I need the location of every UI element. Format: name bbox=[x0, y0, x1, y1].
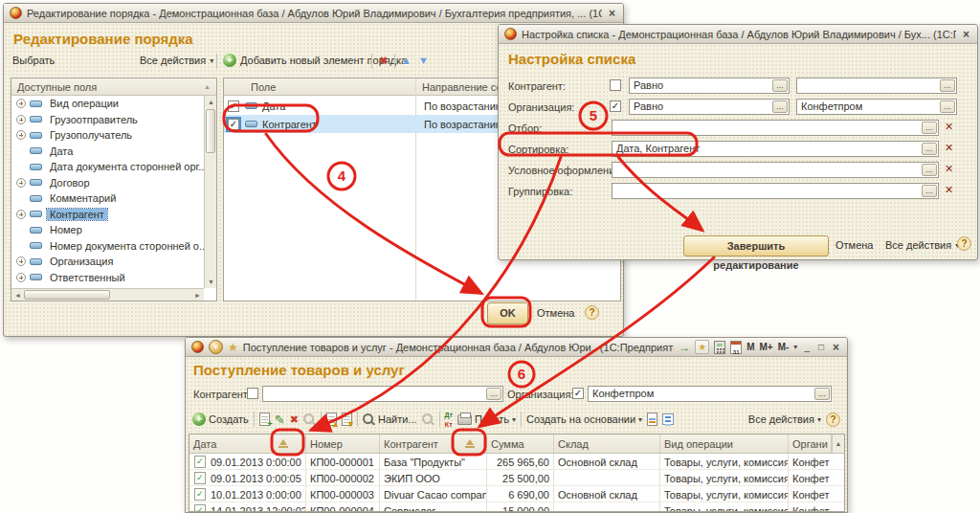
expand-icon[interactable] bbox=[16, 210, 26, 219]
all-actions-button[interactable]: Все действия ▾ bbox=[885, 239, 959, 251]
table-row[interactable]: 14.01.2013 12:00:02 КП00-000004 Сервисло… bbox=[189, 502, 844, 512]
more-button[interactable]: ... bbox=[940, 79, 955, 92]
add-favorite-icon[interactable]: ★ bbox=[695, 340, 709, 354]
sort-asc-icon[interactable] bbox=[465, 439, 477, 449]
post-document-icon[interactable]: ▲ bbox=[326, 413, 337, 426]
copy-document-icon[interactable]: + bbox=[259, 413, 270, 426]
scroll-down-icon[interactable]: ▼ bbox=[205, 276, 217, 288]
ok-button[interactable]: OK bbox=[487, 302, 528, 324]
clear-filter-icon[interactable]: ✕ bbox=[945, 121, 953, 133]
tree-item[interactable]: Номер документа сторонней о... bbox=[11, 238, 204, 255]
expand-icon[interactable] bbox=[16, 115, 26, 124]
maximize-icon[interactable]: □ bbox=[816, 342, 826, 352]
more-button[interactable]: ... bbox=[922, 164, 937, 176]
move-up-icon[interactable]: ▲ bbox=[401, 55, 412, 66]
print-button[interactable]: Печать ▾ bbox=[457, 413, 516, 425]
organization-value-field[interactable]: Конфетпром ... bbox=[796, 99, 957, 115]
more-button[interactable]: ... bbox=[772, 100, 788, 113]
help-button[interactable]: ? bbox=[957, 236, 971, 251]
list-settings-title-bar[interactable]: Настройка списка - Демонстрационная база… bbox=[499, 25, 977, 44]
more-button[interactable]: ... bbox=[922, 122, 937, 134]
minimize-icon[interactable]: _ bbox=[802, 342, 812, 352]
expand-icon[interactable] bbox=[16, 273, 26, 282]
tree-item[interactable]: Дата bbox=[11, 144, 204, 160]
more-button[interactable]: ... bbox=[486, 388, 501, 400]
column-header-warehouse[interactable]: Склад bbox=[554, 435, 660, 453]
contractor-filter-field[interactable]: ... bbox=[262, 386, 503, 402]
tree-item[interactable]: Организация bbox=[11, 254, 204, 270]
system-menu-icon[interactable]: ▾ bbox=[209, 340, 223, 354]
memory-plus-button[interactable]: M+ bbox=[760, 342, 773, 352]
all-actions-button[interactable]: Все действия ▾ bbox=[140, 55, 213, 66]
scroll-up-icon[interactable]: ▲ bbox=[832, 435, 844, 453]
memory-button[interactable]: M bbox=[746, 342, 754, 352]
close-icon[interactable]: × bbox=[831, 341, 841, 354]
horizontal-scrollbar[interactable]: ◄ ► bbox=[11, 288, 204, 301]
chevron-down-icon[interactable]: ▾ bbox=[793, 343, 797, 351]
tree-item[interactable]: Грузополучатель bbox=[11, 127, 204, 144]
calculator-icon[interactable] bbox=[714, 341, 725, 354]
edit-order-title-bar[interactable]: Редактирование порядка - Демонстрационна… bbox=[4, 4, 623, 23]
organization-filter-checkbox[interactable]: ✓ bbox=[572, 388, 584, 399]
cancel-button[interactable]: Отмена bbox=[835, 239, 873, 251]
unpost-document-icon[interactable]: ▼ bbox=[342, 413, 352, 426]
help-button[interactable]: ? bbox=[826, 413, 840, 427]
all-actions-button[interactable]: Все действия ▾ bbox=[748, 413, 821, 425]
tree-item[interactable]: Дата документа сторонней орг... bbox=[11, 159, 204, 175]
clear-appearance-icon[interactable]: ✕ bbox=[945, 163, 953, 175]
refresh-icon[interactable] bbox=[303, 413, 316, 426]
favorites-star-icon[interactable]: ★ bbox=[228, 342, 238, 353]
column-header-optype[interactable]: Вид операции bbox=[660, 435, 789, 453]
tree-item[interactable]: Договор bbox=[11, 175, 204, 191]
more-button[interactable]: ... bbox=[814, 388, 830, 400]
move-down-icon[interactable]: ▼ bbox=[418, 55, 429, 66]
tree-item[interactable]: Грузоотправитель bbox=[11, 112, 204, 128]
vertical-scrollbar[interactable]: ▲ ▼ bbox=[204, 96, 216, 288]
report-icon[interactable] bbox=[647, 413, 657, 426]
clear-grouping-icon[interactable]: ✕ bbox=[945, 184, 953, 196]
checkbox-checked[interactable]: ✓ bbox=[228, 119, 239, 130]
tree-item[interactable]: Комментарий bbox=[11, 190, 204, 207]
cancel-button[interactable]: Отмена bbox=[537, 307, 574, 319]
column-header-contractor[interactable]: Контрагент bbox=[380, 435, 487, 453]
tree-item-selected[interactable]: Контрагент bbox=[11, 207, 204, 223]
organization-filter-checkbox[interactable]: ✓ bbox=[610, 100, 621, 112]
scrollbar-thumb[interactable] bbox=[206, 109, 215, 153]
find-button[interactable]: Найти... bbox=[363, 413, 417, 426]
delete-mark-icon[interactable]: ✖ bbox=[290, 413, 299, 426]
expand-icon[interactable] bbox=[16, 99, 26, 108]
finish-editing-button[interactable]: Завершить редактирование bbox=[683, 235, 829, 256]
calendar-icon[interactable]: 31 bbox=[730, 341, 742, 354]
close-icon[interactable]: × bbox=[607, 7, 617, 20]
create-based-on-button[interactable]: Создать на основании ▾ bbox=[526, 413, 642, 425]
scroll-up-icon[interactable]: ▲ bbox=[205, 96, 217, 108]
filter-field[interactable]: ... bbox=[612, 120, 939, 136]
edit-pencil-icon[interactable]: ✎ bbox=[275, 413, 285, 427]
table-row[interactable]: 10.01.2013 0:00:00 КП00-000003 Divuar Ca… bbox=[189, 486, 844, 502]
column-header-sum[interactable]: Сумма bbox=[487, 435, 554, 453]
goods-receipt-title-bar[interactable]: ▾ ★ Поступление товаров и услуг - Демонс… bbox=[186, 338, 847, 357]
close-icon[interactable]: × bbox=[961, 28, 971, 41]
expand-icon[interactable] bbox=[16, 130, 26, 140]
create-button[interactable]: + Создать bbox=[192, 413, 249, 426]
more-button[interactable]: ... bbox=[772, 79, 788, 92]
help-button[interactable]: ? bbox=[585, 305, 599, 320]
contractor-op-combo[interactable]: Равно ... bbox=[629, 78, 790, 94]
appearance-field[interactable]: ... bbox=[612, 162, 939, 178]
scrollbar-thumb[interactable] bbox=[24, 290, 110, 300]
scroll-left-icon[interactable]: ◄ bbox=[11, 289, 24, 301]
table-header-row[interactable]: Дата Номер Контрагент Сумма Склад Вид оп… bbox=[189, 435, 844, 454]
select-button[interactable]: Выбрать bbox=[12, 55, 55, 66]
more-button[interactable]: ... bbox=[922, 143, 937, 155]
debit-credit-icon[interactable]: Дт Кт bbox=[445, 412, 453, 428]
contractor-filter-checkbox[interactable] bbox=[247, 388, 258, 399]
checkbox-checked[interactable]: ✓ bbox=[228, 100, 239, 112]
available-fields-header[interactable]: Доступные поля ▲ bbox=[11, 78, 216, 96]
expand-icon[interactable] bbox=[16, 178, 26, 188]
grouping-field[interactable]: ... bbox=[612, 183, 939, 199]
tree-item[interactable]: Вид операции bbox=[11, 96, 204, 112]
table-row[interactable]: 09.01.2013 0:00:00 КП00-000001 База "Про… bbox=[189, 454, 844, 470]
column-header-number[interactable]: Номер bbox=[306, 435, 380, 453]
organization-filter-field[interactable]: Конфетпром ... bbox=[588, 386, 832, 402]
delete-icon[interactable]: ✖ bbox=[379, 55, 388, 67]
